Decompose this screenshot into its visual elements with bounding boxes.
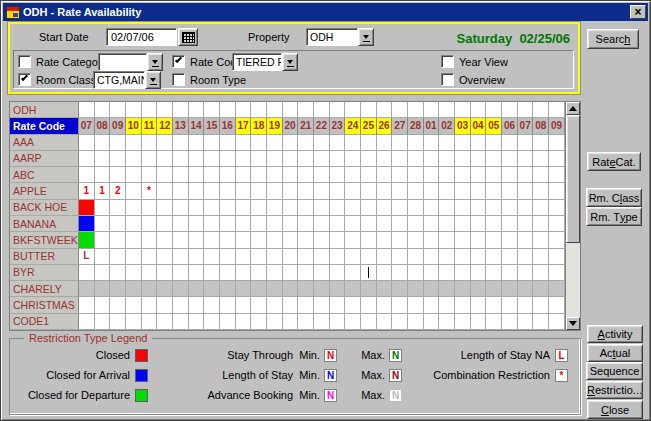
date-header-cell[interactable]: 25 xyxy=(361,118,377,134)
grid-cell[interactable] xyxy=(533,135,549,151)
grid-cell[interactable] xyxy=(220,151,236,167)
grid-cell[interactable] xyxy=(314,314,330,330)
grid-cell[interactable] xyxy=(377,183,393,199)
grid-cell[interactable] xyxy=(439,167,455,183)
grid-cell[interactable] xyxy=(408,249,424,265)
grid-cell[interactable] xyxy=(267,167,283,183)
grid-cell[interactable] xyxy=(126,102,142,118)
grid-cell[interactable] xyxy=(236,232,252,248)
scrollbar-thumb[interactable] xyxy=(566,115,580,243)
row-label[interactable]: CHARELY xyxy=(10,281,79,297)
grid-cell[interactable] xyxy=(204,183,220,199)
grid-cell[interactable] xyxy=(251,167,267,183)
grid-cell[interactable] xyxy=(533,183,549,199)
grid-cell[interactable] xyxy=(220,102,236,118)
grid-cell[interactable] xyxy=(424,183,440,199)
date-header-cell[interactable]: 11 xyxy=(142,118,158,134)
grid-cell[interactable] xyxy=(549,232,565,248)
grid-cell[interactable] xyxy=(549,167,565,183)
grid-cell[interactable] xyxy=(314,135,330,151)
grid-cell[interactable] xyxy=(267,102,283,118)
date-header-cell[interactable]: 28 xyxy=(408,118,424,134)
grid-cell[interactable] xyxy=(533,297,549,313)
grid-cell[interactable] xyxy=(298,297,314,313)
grid-cell[interactable] xyxy=(361,314,377,330)
grid-cell[interactable] xyxy=(142,297,158,313)
grid-cell[interactable] xyxy=(455,265,471,281)
grid-cell[interactable] xyxy=(142,249,158,265)
grid-cell[interactable] xyxy=(110,249,126,265)
grid-cell[interactable] xyxy=(377,297,393,313)
row-label[interactable]: AAA xyxy=(10,135,79,151)
grid-cell[interactable] xyxy=(95,151,111,167)
grid-cell[interactable] xyxy=(126,151,142,167)
grid-cell[interactable] xyxy=(533,167,549,183)
grid-cell[interactable] xyxy=(549,151,565,167)
date-header-cell[interactable]: 21 xyxy=(298,118,314,134)
date-header-cell[interactable]: 06 xyxy=(502,118,518,134)
grid-cell[interactable] xyxy=(126,265,142,281)
grid-cell[interactable] xyxy=(377,232,393,248)
grid-cell[interactable] xyxy=(126,135,142,151)
grid-cell[interactable] xyxy=(424,232,440,248)
grid-cell[interactable] xyxy=(173,297,189,313)
grid-cell[interactable] xyxy=(157,135,173,151)
grid-cell[interactable] xyxy=(377,314,393,330)
grid-cell[interactable] xyxy=(455,216,471,232)
grid-cell[interactable] xyxy=(486,151,502,167)
date-header-cell[interactable]: 26 xyxy=(377,118,393,134)
overview-checkbox[interactable]: Overview xyxy=(441,73,505,86)
grid-cell[interactable] xyxy=(79,314,95,330)
row-label[interactable]: BKFSTWEEKEND xyxy=(10,232,79,248)
grid-cell[interactable] xyxy=(533,314,549,330)
grid-cell[interactable] xyxy=(424,135,440,151)
grid-cell[interactable] xyxy=(189,200,205,216)
grid-cell[interactable] xyxy=(502,265,518,281)
grid-cell[interactable] xyxy=(204,102,220,118)
grid-cell[interactable] xyxy=(361,297,377,313)
start-date-input[interactable]: 02/07/06 xyxy=(106,28,177,46)
activity-button[interactable]: Activity xyxy=(587,325,643,343)
grid-cell[interactable] xyxy=(95,249,111,265)
grid-cell[interactable] xyxy=(173,216,189,232)
grid-cell[interactable] xyxy=(173,249,189,265)
grid-cell[interactable] xyxy=(502,183,518,199)
grid-cell[interactable] xyxy=(533,151,549,167)
grid-cell[interactable] xyxy=(549,265,565,281)
grid-cell[interactable] xyxy=(189,249,205,265)
date-header-cell[interactable]: 08 xyxy=(95,118,111,134)
grid-cell[interactable] xyxy=(157,249,173,265)
rate-cat-button[interactable]: Rate Cat. xyxy=(587,152,641,171)
grid-cell[interactable] xyxy=(251,102,267,118)
grid-cell[interactable] xyxy=(361,102,377,118)
grid-cell[interactable] xyxy=(251,297,267,313)
grid-cell[interactable] xyxy=(518,216,534,232)
grid-cell[interactable] xyxy=(267,314,283,330)
grid-cell[interactable] xyxy=(424,151,440,167)
close-button[interactable]: Close xyxy=(587,400,643,419)
grid-cell[interactable] xyxy=(345,216,361,232)
grid-cell[interactable] xyxy=(486,135,502,151)
rate-code-select[interactable]: TIERED RAT xyxy=(232,53,298,71)
grid-cell[interactable] xyxy=(267,183,283,199)
grid-cell[interactable] xyxy=(361,216,377,232)
grid-cell[interactable] xyxy=(189,102,205,118)
grid-cell[interactable] xyxy=(283,232,299,248)
grid-cell[interactable] xyxy=(110,167,126,183)
grid-cell[interactable] xyxy=(283,314,299,330)
vertical-scrollbar[interactable] xyxy=(565,102,580,330)
grid-cell[interactable] xyxy=(471,200,487,216)
grid-cell[interactable] xyxy=(471,167,487,183)
scroll-down-button[interactable] xyxy=(566,317,580,330)
date-header-cell[interactable]: 09 xyxy=(549,118,565,134)
grid-cell[interactable] xyxy=(267,281,283,297)
grid-cell[interactable] xyxy=(408,102,424,118)
grid-cell[interactable] xyxy=(549,216,565,232)
search-button[interactable]: Search xyxy=(587,29,639,49)
grid-cell[interactable] xyxy=(314,232,330,248)
grid-cell[interactable] xyxy=(424,297,440,313)
grid-cell[interactable] xyxy=(95,314,111,330)
grid-cell[interactable] xyxy=(455,151,471,167)
grid-cell[interactable] xyxy=(236,167,252,183)
grid-cell[interactable] xyxy=(502,102,518,118)
